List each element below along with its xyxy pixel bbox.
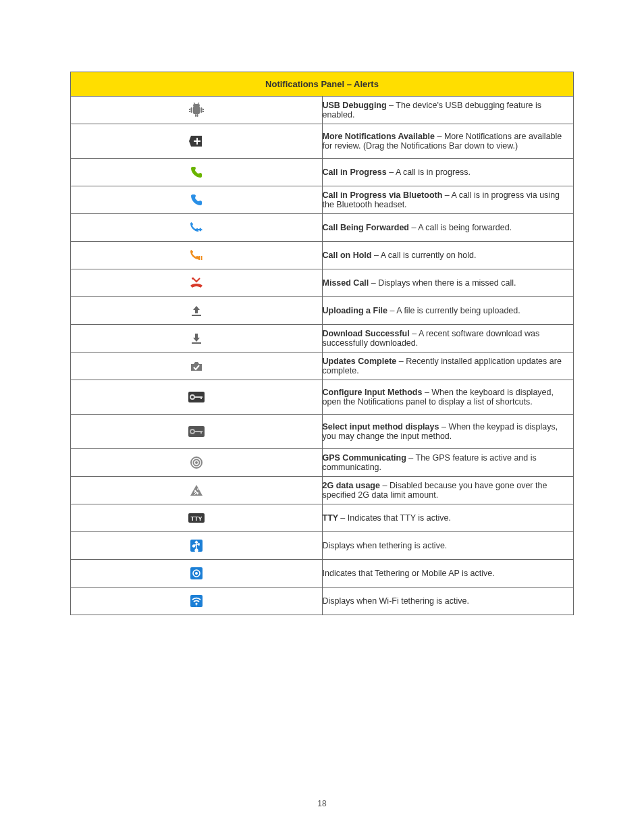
svg-line-11 xyxy=(198,103,199,104)
notification-icon-table: Notifications Panel – Alerts xyxy=(70,72,574,615)
table-row: GPS Communicating – The GPS feature is a… xyxy=(71,449,574,477)
vpn-disconnected-icon xyxy=(188,425,205,438)
svg-rect-1 xyxy=(193,104,200,107)
row-text: Indicates that TTY is active. xyxy=(348,513,451,523)
table-row: Updates Complete – Recently installed ap… xyxy=(71,353,574,380)
page: Notifications Panel – Alerts xyxy=(0,0,644,834)
wifi-tether-icon: T xyxy=(189,594,204,608)
table-row: Call in Progress – A call is in progress… xyxy=(71,159,574,186)
row-text: A call is currently on hold. xyxy=(381,251,477,260)
svg-rect-3 xyxy=(196,114,198,117)
svg-rect-13 xyxy=(196,138,198,145)
icon-cell xyxy=(71,269,323,297)
table-row: USB Debugging – The device's USB debuggi… xyxy=(71,97,574,124)
call-blue-icon xyxy=(189,192,204,207)
desc-cell: Missed Call – Displays when there is a m… xyxy=(322,269,574,297)
row-dash: – xyxy=(389,167,396,177)
page-number: 18 xyxy=(0,799,644,808)
more-notifications-icon xyxy=(189,134,204,149)
row-dash: – xyxy=(399,357,406,366)
row-dash: – xyxy=(441,422,448,432)
icon-cell xyxy=(71,560,323,588)
desc-cell: Select input method displays – When the … xyxy=(322,415,574,449)
svg-rect-14 xyxy=(198,256,200,260)
row-dash: – xyxy=(371,278,378,288)
table-row: Download Successful – A recent software … xyxy=(71,325,574,353)
row-dash: – xyxy=(382,481,389,490)
row-label: 2G data usage xyxy=(323,481,383,490)
row-label: Select input method displays xyxy=(323,422,441,432)
svg-rect-7 xyxy=(189,111,190,112)
svg-rect-16 xyxy=(192,315,201,316)
updates-complete-icon xyxy=(189,359,204,373)
table-row: Call in Progress via Bluetooth – A call … xyxy=(71,186,574,214)
table-row: Missed Call – Displays when there is a m… xyxy=(71,269,574,297)
call-hold-icon xyxy=(188,248,205,263)
upload-icon xyxy=(190,304,203,317)
desc-cell: 2G data usage – Disabled because you hav… xyxy=(322,477,574,504)
call-forward-icon xyxy=(188,220,205,235)
row-dash: – xyxy=(425,388,431,397)
icon-cell: TTY xyxy=(71,504,323,532)
table-row: Call on Hold – A call is currently on ho… xyxy=(71,242,574,269)
icon-cell xyxy=(71,532,323,560)
svg-rect-0 xyxy=(193,106,200,114)
row-dash: – xyxy=(408,453,415,463)
tty-icon: TTY xyxy=(188,513,205,523)
icon-cell xyxy=(71,297,323,325)
svg-point-33 xyxy=(195,572,198,575)
svg-rect-17 xyxy=(192,342,201,344)
desc-cell: More Notifications Available – More Noti… xyxy=(322,124,574,159)
desc-cell: Uploading a File – A file is currently b… xyxy=(322,297,574,325)
icon-cell xyxy=(71,186,323,214)
row-label: Call on Hold xyxy=(323,251,374,260)
svg-rect-8 xyxy=(203,109,204,110)
table-row: Indicates that Tethering or Mobile AP is… xyxy=(71,560,574,588)
hotspot-active-icon xyxy=(189,566,204,581)
row-label: More Notifications Available xyxy=(323,132,437,141)
download-icon xyxy=(190,332,203,345)
svg-point-28 xyxy=(195,461,198,464)
icon-cell: T xyxy=(71,588,323,615)
svg-rect-21 xyxy=(200,396,202,399)
data-limit-icon xyxy=(189,484,204,497)
row-dash: – xyxy=(412,329,419,338)
svg-rect-5 xyxy=(200,107,203,113)
row-dash: – xyxy=(437,132,444,141)
table-row: TTY TTY – Indicates that TTY is active. xyxy=(71,504,574,532)
table-row: Configure Input Methods – When the keybo… xyxy=(71,380,574,415)
desc-cell: Indicates that Tethering or Mobile AP is… xyxy=(322,560,574,588)
row-dash: – xyxy=(340,513,347,523)
row-dash: – xyxy=(389,101,396,110)
desc-cell: Displays when Wi-Fi tethering is active. xyxy=(322,588,574,615)
row-label: Configure Input Methods xyxy=(323,388,425,397)
header-title-prefix: Notifications Panel xyxy=(265,79,347,89)
vpn-connected-icon xyxy=(188,391,205,403)
usb-tether-icon xyxy=(189,538,204,553)
desc-cell: Call Being Forwarded – A call is being f… xyxy=(322,214,574,242)
svg-text:TTY: TTY xyxy=(190,515,202,522)
icon-cell xyxy=(71,214,323,242)
icon-cell xyxy=(71,415,323,449)
svg-rect-25 xyxy=(200,431,202,434)
table-row: 2G data usage – Disabled because you hav… xyxy=(71,477,574,504)
row-label: Call Being Forwarded xyxy=(323,223,412,232)
svg-rect-2 xyxy=(195,114,196,117)
row-label: GPS Communicating xyxy=(323,453,409,463)
svg-rect-6 xyxy=(189,109,190,110)
table-row: Displays when tethering is active. xyxy=(71,532,574,560)
row-label: Call in Progress xyxy=(323,167,390,177)
row-label: TTY xyxy=(323,513,341,523)
svg-rect-4 xyxy=(190,107,192,113)
icon-cell xyxy=(71,353,323,380)
row-text: Displays when there is a missed call. xyxy=(378,278,516,288)
table-header: Notifications Panel – Alerts xyxy=(71,72,574,97)
desc-cell: GPS Communicating – The GPS feature is a… xyxy=(322,449,574,477)
desc-cell: USB Debugging – The device's USB debuggi… xyxy=(322,97,574,124)
header-title-suffix: Alerts xyxy=(354,79,379,89)
icon-cell xyxy=(71,242,323,269)
svg-rect-15 xyxy=(200,256,202,260)
call-green-icon xyxy=(189,165,204,180)
desc-cell: Updates Complete – Recently installed ap… xyxy=(322,353,574,380)
svg-rect-9 xyxy=(203,111,204,112)
